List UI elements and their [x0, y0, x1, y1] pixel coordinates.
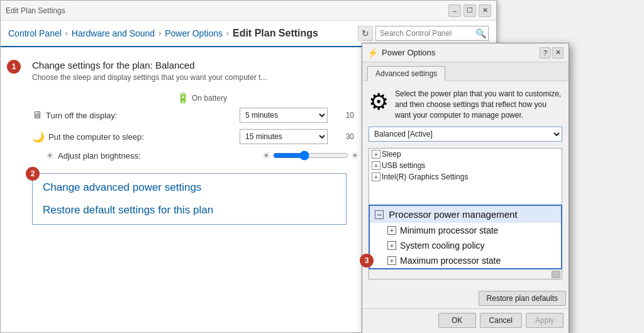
settings-row-display: 🖥 Turn off the display: 5 minutes 10	[32, 108, 359, 123]
restore-defaults-area: Restore plan defaults	[362, 287, 569, 308]
processor-section: − Processor power management + Minimum p…	[369, 205, 562, 269]
processor-collapse-icon[interactable]: −	[375, 210, 384, 219]
tree-item-intel[interactable]: + Intel(R) Graphics Settings	[369, 171, 562, 183]
tree-view[interactable]: + Sleep + USB settings + Intel(R) Graphi…	[369, 148, 562, 205]
title-bar-label: Edit Plan Settings	[6, 6, 65, 15]
display-label: 🖥 Turn off the display:	[32, 110, 240, 121]
title-bar: Edit Plan Settings – ☐ ✕	[1, 1, 496, 21]
minimize-button[interactable]: –	[448, 4, 461, 17]
max-state-label: Maximum processor state	[400, 256, 501, 266]
refresh-button[interactable]: ↻	[358, 26, 373, 41]
battery-icon: 🔋	[177, 92, 189, 104]
brightness-icon-low: ☀	[46, 150, 54, 161]
intel-label: Intel(R) Graphics Settings	[382, 172, 468, 181]
breadcrumb-sep-1: ›	[65, 29, 68, 38]
cooling-expand-icon[interactable]: +	[387, 241, 396, 250]
search-wrapper: 🔍	[375, 26, 489, 41]
restore-defaults-link[interactable]: Restore default settings for this plan	[43, 204, 336, 217]
col-header-battery: 🔋 On battery	[152, 92, 252, 104]
breadcrumb-item-hardware[interactable]: Hardware and Sound	[72, 28, 155, 38]
display-icon: 🖥	[32, 110, 42, 121]
dialog-help-button[interactable]: ?	[540, 47, 551, 59]
brightness-icon-right: ☀	[351, 150, 359, 161]
display-plugged-value: 10	[328, 111, 359, 120]
dialog-description-text: Select the power plan that you want to c…	[395, 89, 562, 120]
settings-row-sleep: 🌙 Put the computer to sleep: 15 minutes …	[32, 129, 359, 144]
dialog-description-area: ⚙ Select the power plan that you want to…	[369, 89, 562, 120]
sleep-label: Sleep	[382, 150, 401, 159]
title-bar-controls: – ☐ ✕	[448, 4, 491, 17]
dialog-content: ⚙ Select the power plan that you want to…	[362, 81, 569, 287]
display-off-select[interactable]: 5 minutes	[240, 108, 328, 123]
dialog-title-icon: ⚡	[367, 48, 378, 58]
sleep-plugged-value: 30	[328, 132, 359, 141]
bottom-links: 2 Change advanced power settings Restore…	[32, 173, 347, 225]
breadcrumb-item-control-panel[interactable]: Control Panel	[8, 28, 62, 38]
search-input[interactable]	[375, 26, 489, 41]
min-state-expand-icon[interactable]: +	[387, 226, 396, 235]
brightness-slider-wrapper: ☀ ☀	[262, 150, 359, 161]
dialog-tab-bar: Advanced settings	[362, 62, 569, 81]
processor-min-state[interactable]: + Minimum processor state	[370, 223, 561, 238]
sleep-select[interactable]: 15 minutes	[240, 129, 328, 144]
cooling-label: System cooling policy	[400, 240, 485, 251]
dialog-buttons: OK Cancel Apply	[362, 308, 569, 333]
intel-expand-icon[interactable]: +	[372, 172, 380, 181]
dialog-title-text: Power Options	[382, 48, 536, 57]
apply-button[interactable]: Apply	[526, 313, 564, 328]
settings-table: 🔋 On battery 🖥 Turn off the display: 5 m…	[32, 92, 359, 161]
tree-item-sleep[interactable]: + Sleep	[369, 149, 562, 160]
ok-button[interactable]: OK	[438, 313, 476, 328]
sleep-expand-icon[interactable]: +	[372, 150, 380, 159]
min-state-label: Minimum processor state	[400, 225, 498, 235]
settings-header-row: 🔋 On battery	[32, 92, 359, 104]
scrollbar-thumb[interactable]	[552, 271, 560, 278]
sleep-icon: 🌙	[32, 131, 45, 143]
usb-label: USB settings	[382, 161, 425, 170]
usb-expand-icon[interactable]: +	[372, 161, 380, 170]
advanced-settings-link[interactable]: Change advanced power settings	[43, 181, 336, 194]
maximize-button[interactable]: ☐	[464, 4, 476, 17]
dialog-close-button[interactable]: ✕	[552, 47, 564, 59]
brightness-row: ☀ Adjust plan brightness: ☀ ☀	[46, 150, 359, 161]
power-options-dialog: ⚡ Power Options ? ✕ Advanced settings ⚙ …	[362, 43, 569, 333]
dialog-plan-select[interactable]: Balanced [Active]	[369, 127, 562, 142]
breadcrumb-sep-3: ›	[226, 29, 229, 38]
processor-parent[interactable]: − Processor power management	[370, 206, 561, 223]
restore-plan-defaults-button[interactable]: Restore plan defaults	[479, 291, 566, 306]
tab-advanced-settings[interactable]: Advanced settings	[367, 66, 445, 81]
step-badge-2: 2	[26, 167, 40, 181]
breadcrumb-right: ↻ 🔍	[358, 26, 489, 41]
sleep-label: 🌙 Put the computer to sleep:	[32, 131, 240, 143]
max-state-expand-icon[interactable]: +	[387, 256, 396, 265]
brightness-label: Adjust plan brightness:	[58, 151, 258, 161]
breadcrumb-item-power[interactable]: Power Options	[165, 28, 223, 38]
brightness-slider[interactable]	[273, 150, 348, 161]
processor-parent-label: Processor power management	[389, 209, 517, 220]
dialog-title-controls: ? ✕	[540, 47, 564, 59]
cancel-button[interactable]: Cancel	[480, 313, 522, 328]
close-button[interactable]: ✕	[479, 4, 491, 17]
breadcrumb-sep-2: ›	[158, 29, 161, 38]
dialog-power-icon: ⚙	[369, 89, 389, 115]
breadcrumb-current: Edit Plan Settings	[233, 28, 318, 39]
step-badge-1: 1	[7, 60, 21, 74]
dialog-title-bar: ⚡ Power Options ? ✕	[362, 43, 569, 62]
tree-item-usb[interactable]: + USB settings	[369, 160, 562, 171]
step-badge-3: 3	[360, 254, 374, 268]
brightness-icon-left: ☀	[262, 150, 270, 161]
sleep-label-text: Put the computer to sleep:	[48, 132, 144, 142]
processor-cooling[interactable]: + System cooling policy	[370, 238, 561, 253]
display-label-text: Turn off the display:	[46, 111, 117, 120]
search-button[interactable]: 🔍	[475, 28, 486, 38]
processor-max-state[interactable]: 3 + Maximum processor state	[370, 253, 561, 268]
